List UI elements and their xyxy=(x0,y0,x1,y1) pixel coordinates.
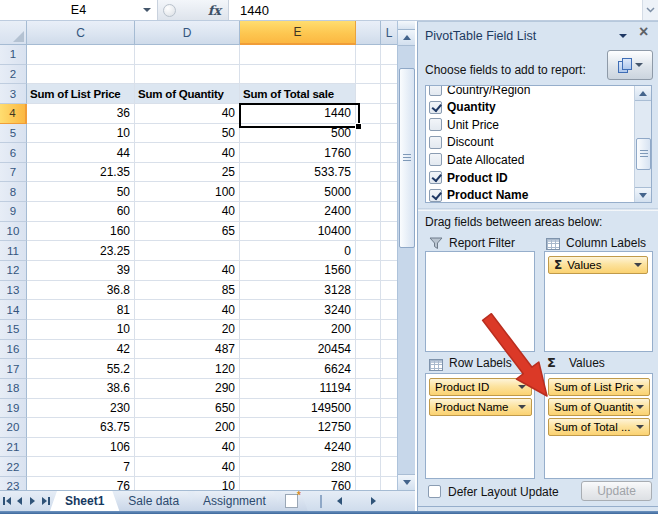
h-scroll-right-button[interactable] xyxy=(364,491,384,511)
scrollbar-split-handle[interactable] xyxy=(398,21,415,30)
row-header-6[interactable]: 6 xyxy=(0,143,27,163)
grid-cell[interactable]: 12750 xyxy=(240,418,356,438)
field-scroll-up-button[interactable] xyxy=(635,86,651,101)
pivot-field-button-product-id[interactable]: Product ID xyxy=(429,378,532,396)
column-header-blank[interactable] xyxy=(356,21,381,45)
field-item-country-region[interactable]: Country/Region xyxy=(429,85,530,98)
grid-cell[interactable]: 290 xyxy=(135,379,240,399)
grid-cell[interactable]: 10 xyxy=(135,477,240,490)
grid-cell[interactable]: 55.2 xyxy=(27,359,135,379)
row-header-23[interactable]: 23 xyxy=(0,477,27,490)
grid-cell[interactable]: 76 xyxy=(27,477,135,490)
row-header-15[interactable]: 15 xyxy=(0,320,27,340)
grid-cell[interactable] xyxy=(381,222,398,242)
grid-cell[interactable] xyxy=(381,84,398,104)
grid-cell[interactable] xyxy=(356,84,381,104)
pivot-field-button-sum-of-list-price[interactable]: Sum of List Price xyxy=(548,378,650,396)
grid-cell[interactable]: 1440 xyxy=(240,104,356,124)
h-scroll-left-button[interactable] xyxy=(330,491,350,511)
row-header-9[interactable]: 9 xyxy=(0,202,27,222)
last-sheet-button[interactable] xyxy=(39,491,52,511)
field-scroll-down-button[interactable] xyxy=(635,187,651,202)
pivot-header-cell[interactable]: Sum of Total sale xyxy=(240,84,356,104)
field-item-product-name[interactable]: Product Name xyxy=(429,187,528,203)
panel-close-icon[interactable]: × xyxy=(639,24,648,40)
grid-cell[interactable] xyxy=(356,359,381,379)
grid-cell[interactable]: 38.6 xyxy=(27,379,135,399)
grid-cell[interactable]: 50 xyxy=(27,182,135,202)
pivot-field-button-sum-of-quantity[interactable]: Sum of Quantity xyxy=(548,398,650,416)
grid-cell[interactable]: 36 xyxy=(27,104,135,124)
grid-cell[interactable]: 40 xyxy=(135,104,240,124)
field-list-scrollbar[interactable] xyxy=(634,86,651,202)
grid-cell[interactable] xyxy=(381,124,398,144)
grid-cell[interactable] xyxy=(356,261,381,281)
tab-split-handle[interactable] xyxy=(320,495,322,508)
pivot-field-button-values[interactable]: ΣValues xyxy=(548,256,648,274)
grid-cell[interactable]: 120 xyxy=(135,359,240,379)
grid-cell[interactable]: 2400 xyxy=(240,202,356,222)
checkbox-icon[interactable] xyxy=(429,118,442,131)
grid-cell[interactable]: 36.8 xyxy=(27,281,135,301)
previous-sheet-button[interactable] xyxy=(13,491,26,511)
grid-cell[interactable]: 4240 xyxy=(240,438,356,458)
sheet-tab-sheet1[interactable]: Sheet1 xyxy=(50,491,119,511)
grid-cell[interactable] xyxy=(135,45,240,65)
grid-cell[interactable]: 106 xyxy=(27,438,135,458)
formula-bar-input[interactable]: 1440 xyxy=(229,0,642,20)
grid-cell[interactable] xyxy=(356,65,381,85)
row-header-7[interactable]: 7 xyxy=(0,163,27,183)
chevron-down-icon[interactable] xyxy=(636,385,644,389)
grid-cell[interactable]: 7 xyxy=(27,457,135,477)
field-list-layout-button[interactable] xyxy=(607,50,653,80)
grid-cell[interactable] xyxy=(381,202,398,222)
row-header-1[interactable]: 1 xyxy=(0,45,27,65)
formula-bar-expand-button[interactable] xyxy=(642,0,658,20)
grid-cell[interactable] xyxy=(135,241,240,261)
grid-cell[interactable] xyxy=(27,45,135,65)
row-header-10[interactable]: 10 xyxy=(0,222,27,242)
grid-cell[interactable] xyxy=(240,65,356,85)
grid-cell[interactable] xyxy=(356,104,381,124)
grid-cell[interactable] xyxy=(356,320,381,340)
checkbox-icon[interactable] xyxy=(429,153,442,166)
grid-cell[interactable] xyxy=(381,182,398,202)
grid-cell[interactable] xyxy=(381,261,398,281)
row-header-17[interactable]: 17 xyxy=(0,359,27,379)
field-item-quantity[interactable]: Quantity xyxy=(429,99,496,116)
next-sheet-button[interactable] xyxy=(26,491,39,511)
checkbox-icon[interactable] xyxy=(429,85,442,96)
grid-cell[interactable] xyxy=(381,281,398,301)
name-box[interactable]: E4 xyxy=(0,0,158,20)
row-header-11[interactable]: 11 xyxy=(0,241,27,261)
grid-cell[interactable]: 85 xyxy=(135,281,240,301)
grid-cell[interactable] xyxy=(27,65,135,85)
checkbox-icon[interactable] xyxy=(429,189,442,202)
grid-cell[interactable]: 533.75 xyxy=(240,163,356,183)
grid-cell[interactable] xyxy=(381,143,398,163)
grid-cell[interactable]: 10 xyxy=(27,320,135,340)
report-filter-drop-area[interactable] xyxy=(425,251,535,352)
row-labels-drop-area[interactable]: Product IDProduct Name xyxy=(425,373,535,479)
grid-cell[interactable]: 650 xyxy=(135,399,240,419)
grid-cell[interactable]: 20 xyxy=(135,320,240,340)
grid-cell[interactable] xyxy=(381,163,398,183)
field-item-product-id[interactable]: Product ID xyxy=(429,169,508,186)
row-header-20[interactable]: 20 xyxy=(0,418,27,438)
grid-cell[interactable] xyxy=(356,300,381,320)
grid-cell[interactable]: 200 xyxy=(240,320,356,340)
row-header-4[interactable]: 4 xyxy=(0,104,27,124)
column-header-E[interactable]: E xyxy=(240,21,356,45)
grid-cell[interactable] xyxy=(356,281,381,301)
grid-cell[interactable]: 487 xyxy=(135,340,240,360)
grid-cell[interactable] xyxy=(356,477,381,490)
grid-cell[interactable]: 42 xyxy=(27,340,135,360)
grid-cell[interactable] xyxy=(381,340,398,360)
grid-cell[interactable] xyxy=(381,104,398,124)
grid-cell[interactable] xyxy=(356,457,381,477)
column-header-L[interactable]: L xyxy=(381,21,398,45)
grid-cell[interactable]: 40 xyxy=(135,300,240,320)
grid-cell[interactable] xyxy=(356,418,381,438)
grid-cell[interactable]: 40 xyxy=(135,202,240,222)
grid-cell[interactable]: 50 xyxy=(135,124,240,144)
